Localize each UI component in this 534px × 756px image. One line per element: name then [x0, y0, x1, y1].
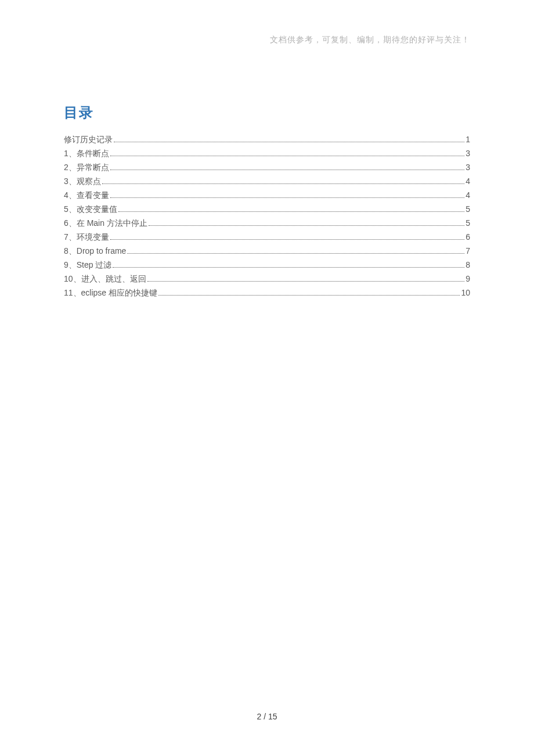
toc-row[interactable]: 11、eclipse 相应的快捷键10 — [64, 286, 470, 300]
toc-leader-dots — [147, 281, 465, 282]
toc-entry-label: 9、Step 过滤 — [64, 258, 111, 272]
toc-row[interactable]: 1、条件断点3 — [64, 146, 470, 160]
toc-leader-dots — [102, 183, 464, 184]
toc-leader-dots — [110, 197, 464, 198]
toc-entry-page: 4 — [466, 174, 470, 188]
toc-leader-dots — [110, 156, 464, 156]
toc-entry-label: 2、异常断点 — [64, 160, 109, 174]
toc-entry-label: 8、Drop to frame — [64, 244, 126, 258]
toc-entry-label: 3、观察点 — [64, 174, 101, 188]
toc-row[interactable]: 9、Step 过滤8 — [64, 258, 470, 272]
toc-entry-label: 修订历史记录 — [64, 132, 113, 146]
toc-row[interactable]: 4、查看变量4 — [64, 188, 470, 202]
toc-leader-dots — [158, 295, 460, 296]
toc-leader-dots — [127, 253, 464, 254]
toc-title: 目录 — [64, 103, 470, 122]
toc-entry-page: 10 — [461, 286, 470, 300]
toc-entry-page: 1 — [466, 132, 470, 146]
header-note: 文档供参考，可复制、编制，期待您的好评与关注！ — [64, 35, 470, 45]
toc-entry-page: 5 — [466, 202, 470, 216]
toc-entry-label: 11、eclipse 相应的快捷键 — [64, 286, 157, 300]
toc-entry-label: 7、环境变量 — [64, 230, 109, 244]
toc-entry-label: 5、改变变量值 — [64, 202, 117, 216]
toc-entry-page: 9 — [466, 272, 470, 286]
toc-row[interactable]: 2、异常断点3 — [64, 160, 470, 174]
toc-row[interactable]: 6、在 Main 方法中停止5 — [64, 216, 470, 230]
toc-row[interactable]: 修订历史记录1 — [64, 132, 470, 146]
toc-entry-page: 6 — [466, 230, 470, 244]
toc-entry-page: 5 — [466, 216, 470, 230]
toc-row[interactable]: 10、进入、跳过、返回9 — [64, 272, 470, 286]
toc-entry-label: 6、在 Main 方法中停止 — [64, 216, 147, 230]
toc-row[interactable]: 8、Drop to frame7 — [64, 244, 470, 258]
toc-entry-page: 8 — [466, 258, 470, 272]
toc-row[interactable]: 5、改变变量值5 — [64, 202, 470, 216]
toc-row[interactable]: 7、环境变量6 — [64, 230, 470, 244]
toc-leader-dots — [110, 239, 464, 240]
toc-leader-dots — [110, 170, 464, 170]
table-of-contents: 修订历史记录11、条件断点32、异常断点33、观察点44、查看变量45、改变变量… — [64, 132, 470, 300]
toc-entry-label: 10、进入、跳过、返回 — [64, 272, 146, 286]
page-number: 2 / 15 — [0, 712, 534, 721]
toc-entry-page: 3 — [466, 146, 470, 160]
toc-entry-page: 3 — [466, 160, 470, 174]
toc-entry-page: 7 — [466, 244, 470, 258]
toc-row[interactable]: 3、观察点4 — [64, 174, 470, 188]
toc-leader-dots — [113, 267, 464, 268]
toc-leader-dots — [149, 225, 464, 226]
toc-entry-label: 1、条件断点 — [64, 146, 109, 160]
toc-leader-dots — [118, 211, 464, 212]
toc-leader-dots — [114, 142, 464, 142]
toc-entry-page: 4 — [466, 188, 470, 202]
toc-entry-label: 4、查看变量 — [64, 188, 109, 202]
